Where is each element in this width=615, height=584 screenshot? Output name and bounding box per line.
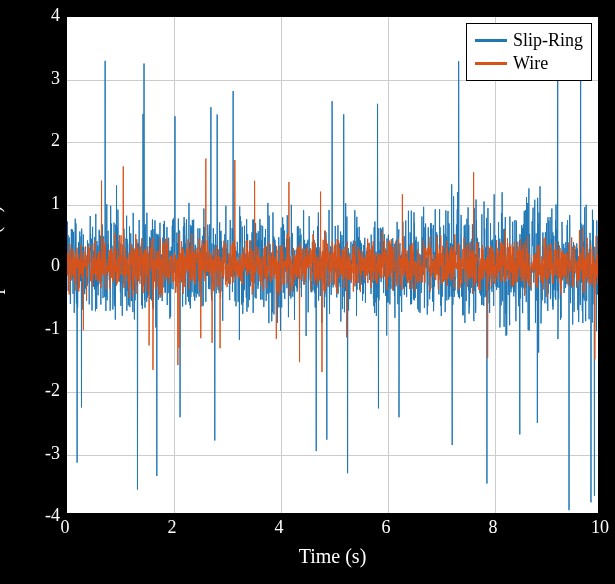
y-tick: 2 <box>5 130 60 151</box>
y-tick: -3 <box>5 442 60 463</box>
legend-label-wire: Wire <box>513 53 548 74</box>
y-tick: 4 <box>5 5 60 26</box>
data-canvas <box>67 17 598 513</box>
y-tick: 0 <box>5 255 60 276</box>
legend-label-slipring: Slip-Ring <box>513 30 583 51</box>
legend-swatch-wire <box>475 62 507 65</box>
legend-item-slipring: Slip-Ring <box>475 30 583 51</box>
x-tick: 6 <box>366 517 406 538</box>
y-tick: -2 <box>5 380 60 401</box>
legend: Slip-Ring Wire <box>466 23 592 81</box>
legend-item-wire: Wire <box>475 53 583 74</box>
x-tick: 10 <box>580 517 615 538</box>
legend-swatch-slipring <box>475 39 507 42</box>
x-tick: 2 <box>152 517 192 538</box>
x-tick: 8 <box>473 517 513 538</box>
y-tick: -4 <box>5 505 60 526</box>
x-axis-label: Time (s) <box>65 545 600 568</box>
y-tick: 1 <box>5 192 60 213</box>
x-tick: 4 <box>259 517 299 538</box>
y-tick: -1 <box>5 317 60 338</box>
plot-area: Slip-Ring Wire <box>65 15 600 515</box>
y-tick: 3 <box>5 67 60 88</box>
